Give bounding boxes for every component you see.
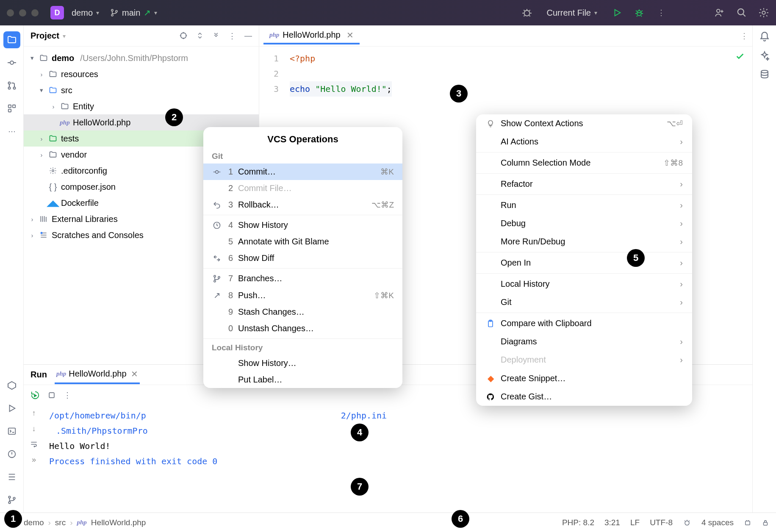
run-output[interactable]: /opt/homebrew/bin/p2/php.ini .Smith/Phps…	[44, 405, 752, 513]
php-file-icon: php	[269, 31, 279, 39]
inspection-icon[interactable]	[683, 518, 691, 527]
tree-root[interactable]: ▾ demo /Users/John.Smith/Phpstorm	[24, 50, 259, 66]
pull-requests-button[interactable]	[3, 77, 20, 94]
code-token: <?php	[290, 53, 315, 64]
search-icon[interactable]	[736, 7, 747, 18]
vcs-item-push[interactable]: ↗8Push…⇧⌘K	[203, 287, 402, 304]
lock-icon[interactable]	[762, 519, 769, 526]
services-button[interactable]	[3, 377, 20, 394]
ctx-item-more-run[interactable]: More Run/Debug›	[476, 233, 692, 251]
vcs-item-unstash[interactable]: 0Unstash Changes…	[203, 320, 402, 337]
crumb[interactable]: HelloWorld.php	[91, 518, 146, 527]
more-tools-button[interactable]: ⋯	[3, 123, 20, 140]
vcs-tool-button[interactable]	[3, 491, 20, 508]
branch-selector[interactable]: main ↗ ▾	[107, 6, 161, 19]
code-token: ;	[387, 84, 392, 94]
breadcrumb[interactable]: demo › src › php HelloWorld.php	[24, 518, 146, 527]
project-selector[interactable]: demo ▾	[68, 6, 103, 19]
more-icon[interactable]: ⋮	[656, 7, 667, 18]
item-label: Show History…	[238, 358, 297, 368]
vcs-item-branches[interactable]: 7Branches…	[203, 270, 402, 287]
ctx-item-debug[interactable]: Debug›	[476, 214, 692, 233]
soft-wrap-icon[interactable]	[30, 440, 38, 449]
vcs-item-history[interactable]: 4Show History	[203, 217, 402, 233]
ctx-item-run[interactable]: Run›	[476, 196, 692, 214]
vcs-item-annotate[interactable]: 5Annotate with Git Blame	[203, 233, 402, 250]
more-icon[interactable]: ⋮	[740, 31, 748, 41]
indent-setting[interactable]: 4 spaces	[701, 518, 734, 527]
collapse-all-icon[interactable]	[212, 31, 220, 41]
folder-icon	[39, 54, 48, 62]
ctx-item-snippet[interactable]: ◆Create Snippet…	[476, 369, 692, 388]
ctx-item-context-actions[interactable]: Show Context Actions⌥⏎	[476, 114, 692, 133]
notifications-icon[interactable]	[759, 31, 770, 42]
tree-item[interactable]: ▾src	[24, 82, 259, 98]
ctx-item-ai[interactable]: AI Actions›	[476, 133, 692, 151]
ctx-item-col-sel[interactable]: Column Selection Mode⇧⌘8	[476, 154, 692, 172]
rerun-icon[interactable]	[30, 391, 40, 400]
todo-button[interactable]	[3, 468, 20, 485]
line-number: 3	[259, 81, 279, 97]
bug-toolbar-icon[interactable]	[521, 7, 532, 18]
minimize-window[interactable]	[19, 9, 26, 17]
vcs-item-commit[interactable]: 1Commit…⌘K	[203, 163, 402, 180]
run-config-selector[interactable]: Current File ▾	[543, 6, 601, 19]
ctx-item-deployment: Deployment›	[476, 351, 692, 369]
ctx-item-open-in[interactable]: Open In›	[476, 254, 692, 272]
file-encoding[interactable]: UTF-8	[650, 518, 673, 527]
ctx-item-git[interactable]: Git›	[476, 293, 692, 311]
chevron-right-icon: ›	[680, 258, 683, 268]
hide-icon[interactable]: —	[244, 31, 252, 41]
ctx-item-refactor[interactable]: Refactor›	[476, 175, 692, 193]
vcs-item-lh-show[interactable]: Show History…	[203, 355, 402, 371]
close-icon[interactable]: ✕	[346, 30, 354, 40]
debug-icon[interactable]	[634, 7, 645, 18]
down-icon[interactable]: ↓	[32, 424, 36, 433]
svg-point-31	[214, 280, 216, 282]
item-label: Push…	[238, 291, 266, 300]
vcs-item-rollback[interactable]: 3Rollback…⌥⌘Z	[203, 197, 402, 213]
expand-collapse-icon[interactable]	[196, 31, 204, 41]
vcs-item-lh-put[interactable]: Put Label…	[203, 371, 402, 388]
stop-icon[interactable]	[47, 391, 56, 399]
close-window[interactable]	[7, 9, 14, 17]
code-with-me-icon[interactable]	[714, 7, 725, 18]
more-icon[interactable]: ⋮	[64, 391, 71, 400]
run-tool-button[interactable]	[3, 400, 20, 417]
line-separator[interactable]: LF	[630, 518, 640, 527]
memory-icon[interactable]	[744, 519, 751, 526]
ai-assistant-icon[interactable]	[759, 51, 770, 61]
caret-position[interactable]: 3:21	[604, 518, 620, 527]
more-icon[interactable]: ⋮	[228, 31, 236, 41]
settings-icon[interactable]	[758, 7, 769, 18]
zoom-window[interactable]	[31, 9, 39, 17]
run-icon[interactable]	[612, 7, 623, 18]
structure-tool-button[interactable]	[3, 100, 20, 117]
problems-button[interactable]	[3, 446, 20, 463]
vcs-item-diff[interactable]: 6Show Diff	[203, 250, 402, 266]
tree-item[interactable]: ›resources	[24, 66, 259, 82]
scroll-to-end-icon[interactable]: »	[32, 455, 36, 464]
titlebar: D demo ▾ main ↗ ▾ Current File ▾ ⋮	[0, 0, 776, 25]
locate-icon[interactable]	[179, 31, 188, 41]
crumb[interactable]: demo	[24, 518, 44, 527]
crumb[interactable]: src	[55, 518, 66, 527]
up-icon[interactable]: ↑	[32, 409, 36, 418]
ctx-item-compare[interactable]: Compare with Clipboard	[476, 314, 692, 332]
terminal-button[interactable]	[3, 423, 20, 440]
commit-tool-button[interactable]	[3, 54, 20, 71]
close-icon[interactable]: ✕	[131, 369, 138, 379]
project-tool-button[interactable]	[3, 31, 20, 48]
ctx-item-local-history[interactable]: Local History›	[476, 275, 692, 293]
tree-item[interactable]: ›Entity	[24, 98, 259, 114]
editor-tab[interactable]: php HelloWorld.php ✕	[263, 28, 360, 44]
run-config-tab[interactable]: php HelloWorld.php ✕	[55, 366, 140, 384]
inspection-ok-icon[interactable]	[735, 52, 745, 61]
project-badge[interactable]: D	[50, 6, 64, 19]
php-version[interactable]: PHP: 8.2	[562, 518, 594, 527]
ctx-item-diagrams[interactable]: Diagrams›	[476, 332, 692, 351]
ctx-item-gist[interactable]: Create Gist…	[476, 388, 692, 406]
vcs-item-stash[interactable]: 9Stash Changes…	[203, 304, 402, 320]
chevron-down-icon[interactable]: ▾	[63, 33, 66, 39]
database-icon[interactable]	[759, 69, 770, 80]
